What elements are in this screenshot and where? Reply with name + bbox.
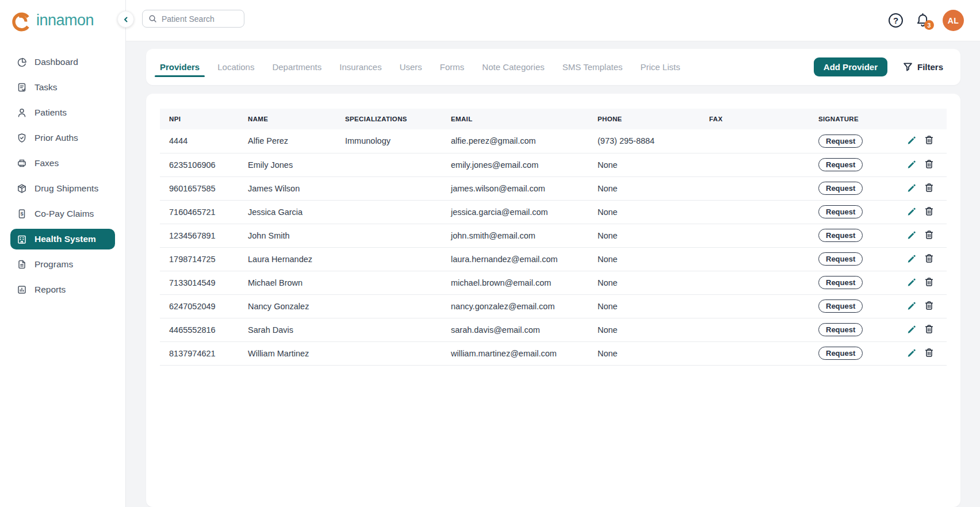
tabs-card: Providers Locations Departments Insuranc… [146, 49, 960, 85]
tab-insurances[interactable]: Insurances [339, 49, 381, 85]
sidebar-collapse-button[interactable] [117, 11, 134, 28]
cell-fax [700, 318, 809, 341]
request-signature-button[interactable]: Request [818, 229, 863, 242]
tab-note-categories[interactable]: Note Categories [482, 49, 544, 85]
notifications-button[interactable]: 3 [916, 13, 930, 28]
edit-button[interactable] [907, 277, 917, 287]
cell-email: laura.hernandez@email.com [442, 247, 588, 271]
delete-button[interactable] [924, 301, 934, 310]
pencil-icon [907, 324, 917, 334]
tab-price-lists[interactable]: Price Lists [641, 49, 680, 85]
request-signature-button[interactable]: Request [818, 135, 863, 148]
tab-forms[interactable]: Forms [440, 49, 465, 85]
edit-button[interactable] [907, 301, 917, 310]
edit-button[interactable] [907, 206, 917, 216]
tab-sms-templates[interactable]: SMS Templates [562, 49, 623, 85]
request-signature-button[interactable]: Request [818, 276, 863, 289]
delete-button[interactable] [924, 254, 934, 263]
brand-name: innamon [36, 13, 94, 30]
cell-phone: None [588, 341, 700, 365]
request-signature-button[interactable]: Request [818, 182, 863, 195]
cell-phone: None [588, 318, 700, 341]
cell-name: Laura Hernandez [239, 247, 336, 271]
search-icon [148, 14, 157, 23]
tab-providers[interactable]: Providers [160, 49, 200, 85]
sidebar-item-drug-shipments[interactable]: Drug Shipments [10, 178, 115, 199]
pencil-icon [907, 206, 917, 216]
cell-name: Alfie Perez [239, 129, 336, 153]
edit-button[interactable] [907, 230, 917, 240]
delete-button[interactable] [924, 183, 934, 193]
add-provider-button[interactable]: Add Provider [814, 57, 887, 76]
filters-label: Filters [917, 62, 943, 72]
delete-button[interactable] [924, 206, 934, 216]
cell-signature: Request [809, 318, 890, 341]
cell-specializations [336, 247, 442, 271]
pencil-icon [907, 183, 917, 193]
sidebar-item-health-system[interactable]: Health System [10, 229, 115, 249]
delete-button[interactable] [924, 135, 934, 145]
trash-icon [924, 324, 934, 334]
cell-email: nancy.gonzalez@email.com [442, 294, 588, 318]
edit-button[interactable] [907, 348, 917, 358]
request-signature-button[interactable]: Request [818, 323, 863, 336]
request-signature-button[interactable]: Request [818, 252, 863, 266]
table-row: 6235106906 Emily Jones emily.jones@email… [160, 153, 947, 176]
cell-npi: 6235106906 [160, 153, 239, 176]
delete-button[interactable] [924, 324, 934, 334]
delete-button[interactable] [924, 277, 934, 287]
cell-name: Jessica Garcia [239, 200, 336, 224]
edit-button[interactable] [907, 254, 917, 263]
sidebar-item-label: Health System [35, 234, 96, 244]
avatar[interactable]: AL [943, 10, 964, 31]
request-signature-button[interactable]: Request [818, 347, 863, 360]
trash-icon [924, 230, 934, 240]
cell-actions [890, 224, 947, 247]
cell-npi: 4444 [160, 129, 239, 153]
cell-signature: Request [809, 129, 890, 153]
edit-button[interactable] [907, 159, 917, 169]
sidebar-item-patients[interactable]: Patients [10, 102, 115, 123]
sidebar-item-prior-auths[interactable]: Prior Auths [10, 128, 115, 148]
fax-icon [17, 158, 27, 168]
sidebar-item-tasks[interactable]: Tasks [10, 77, 115, 98]
help-button[interactable]: ? [889, 13, 903, 28]
cell-specializations [336, 341, 442, 365]
edit-button[interactable] [907, 183, 917, 193]
delete-button[interactable] [924, 230, 934, 240]
patient-search-input[interactable] [162, 14, 238, 24]
tab-departments[interactable]: Departments [272, 49, 321, 85]
sidebar: innamon Dashboard Tasks [0, 0, 126, 507]
sidebar-item-dashboard[interactable]: Dashboard [10, 52, 115, 72]
patient-search-box[interactable] [142, 10, 244, 28]
delete-button[interactable] [924, 348, 934, 358]
bar-chart-icon [17, 285, 27, 295]
sidebar-item-co-pay-claims[interactable]: $ Co-Pay Claims [10, 203, 115, 224]
request-signature-button[interactable]: Request [818, 299, 863, 313]
sidebar-item-faxes[interactable]: Faxes [10, 153, 115, 174]
cell-phone: (973) 295-8884 [588, 129, 700, 153]
sidebar-item-reports[interactable]: Reports [10, 279, 115, 300]
providers-table-card: NPI NAME SPECIALIZATIONS EMAIL PHONE FAX… [146, 94, 960, 507]
package-icon [17, 183, 27, 194]
edit-button[interactable] [907, 324, 917, 334]
cell-fax [700, 200, 809, 224]
sidebar-item-programs[interactable]: Programs [10, 254, 115, 275]
tab-users[interactable]: Users [400, 49, 422, 85]
table-row: 9601657585 James Wilson james.wilson@ema… [160, 176, 947, 200]
trash-icon [924, 348, 934, 358]
tab-locations[interactable]: Locations [217, 49, 254, 85]
filters-button[interactable]: Filters [903, 62, 943, 72]
table-row: 1234567891 John Smith john.smith@email.c… [160, 224, 947, 247]
column-header-npi: NPI [160, 109, 239, 129]
trash-icon [924, 277, 934, 287]
request-signature-button[interactable]: Request [818, 158, 863, 171]
cell-email: sarah.davis@email.com [442, 318, 588, 341]
main-area: ? 3 AL Providers Locations Departments [126, 0, 980, 507]
cell-fax [700, 153, 809, 176]
request-signature-button[interactable]: Request [818, 205, 863, 218]
table-row: 4444 Alfie Perez Immunology alfie.perez@… [160, 129, 947, 153]
cell-npi: 6247052049 [160, 294, 239, 318]
edit-button[interactable] [907, 135, 917, 145]
delete-button[interactable] [924, 159, 934, 169]
